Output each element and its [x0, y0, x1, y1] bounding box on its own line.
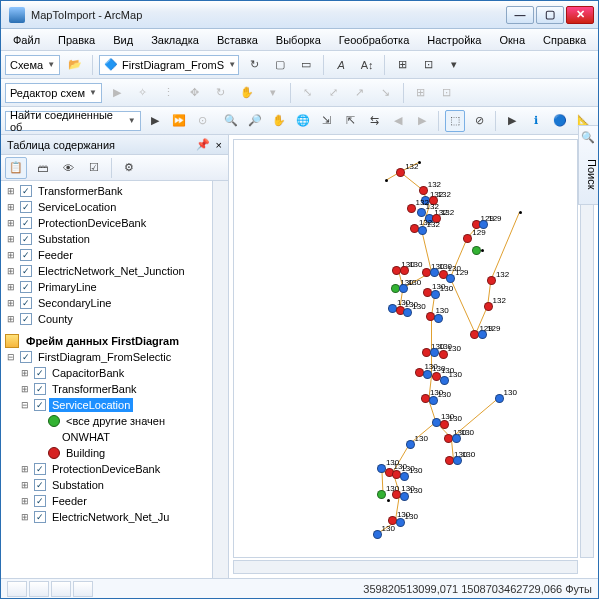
layer-checkbox[interactable]: ✓	[34, 511, 46, 523]
layer-row[interactable]: ⊞✓ElectricNetwork_Net_Ju	[1, 509, 212, 525]
list-drawing-icon[interactable]: 📋	[5, 157, 27, 179]
list-selection-icon[interactable]: ☑	[83, 157, 105, 179]
menu-Справка[interactable]: Справка	[535, 31, 594, 49]
network-node[interactable]	[452, 434, 461, 443]
expand-icon[interactable]: ⊞	[19, 480, 31, 490]
toc-tree[interactable]: ⊞✓TransformerBank⊞✓ServiceLocation⊞✓Prot…	[1, 181, 212, 578]
expand-icon[interactable]: ⊞	[5, 202, 17, 212]
menu-Файл[interactable]: Файл	[5, 31, 48, 49]
layer-checkbox[interactable]: ✓	[20, 185, 32, 197]
toc-close-icon[interactable]: ×	[216, 139, 222, 151]
layer-row[interactable]: ⊞✓SecondaryLine	[1, 295, 212, 311]
network-node[interactable]	[400, 492, 409, 501]
layer-row[interactable]: ⊞✓ElectricNetwork_Net_Junction	[1, 263, 212, 279]
layer-row[interactable]: ⊞✓PrimaryLine	[1, 279, 212, 295]
toggles-icon[interactable]: ⊡	[417, 54, 439, 76]
network-node[interactable]	[406, 440, 415, 449]
pointer-tool-icon[interactable]: ▶	[502, 110, 522, 132]
maximize-button[interactable]: ▢	[536, 6, 564, 24]
layout-icon[interactable]: ⊞	[391, 54, 413, 76]
network-node[interactable]	[484, 302, 493, 311]
run-icon[interactable]: ▶	[145, 110, 165, 132]
expand-icon[interactable]: ⊟	[5, 352, 17, 362]
layer-row[interactable]: <все другие значен	[1, 413, 212, 429]
snap2-icon[interactable]: ⊡	[436, 82, 458, 104]
layer-checkbox[interactable]: ✓	[20, 233, 32, 245]
menu-Выборка[interactable]: Выборка	[268, 31, 329, 49]
layer-row[interactable]: ⊞✓TransformerBank	[1, 183, 212, 199]
label-icon[interactable]: A↕	[356, 54, 378, 76]
fixed-out-icon[interactable]: ⇱	[341, 110, 361, 132]
more-icon[interactable]: ▾	[443, 54, 465, 76]
expand-icon[interactable]: ⊞	[19, 496, 31, 506]
layer-checkbox[interactable]: ✓	[20, 249, 32, 261]
network-node[interactable]	[399, 284, 408, 293]
layer-row[interactable]: ⊞✓ServiceLocation	[1, 199, 212, 215]
refresh-icon[interactable]: ↻	[243, 54, 265, 76]
expand-icon[interactable]: ⊞	[19, 368, 31, 378]
expand-icon[interactable]: ⊞	[5, 186, 17, 196]
layer-checkbox[interactable]: ✓	[20, 313, 32, 325]
network-icon[interactable]: ⊙	[193, 110, 213, 132]
layer-checkbox[interactable]: ✓	[20, 265, 32, 277]
layer-row[interactable]: ⊟✓FirstDiagram_FromSelectic	[1, 349, 212, 365]
hand-icon[interactable]: ✋	[236, 82, 258, 104]
line2-icon[interactable]: ⤢	[323, 82, 345, 104]
add-node-icon[interactable]: ✧	[132, 82, 154, 104]
list-source-icon[interactable]: 🗃	[31, 157, 53, 179]
step-icon[interactable]: ⏩	[169, 110, 189, 132]
toc-options-icon[interactable]: ⚙	[118, 157, 140, 179]
close-button[interactable]: ✕	[566, 6, 594, 24]
layer-row[interactable]: ⊞✓TransformerBank	[1, 381, 212, 397]
layer-row[interactable]: ⊞✓ProtectionDeviceBank	[1, 461, 212, 477]
clear-icon[interactable]: ⊘	[469, 110, 489, 132]
find-icon[interactable]: 🔵	[550, 110, 570, 132]
expand-icon[interactable]: ⊞	[19, 464, 31, 474]
diagram-dropdown[interactable]: 🔷FirstDiagram_FromS▼	[99, 55, 239, 75]
map-canvas[interactable]: 1321321321321321321321321321321291291291…	[233, 139, 578, 558]
layer-row[interactable]: ⊞✓Feeder	[1, 247, 212, 263]
dataframe-header[interactable]: Фрейм данных FirstDiagram	[1, 333, 212, 349]
menu-Геообработка[interactable]: Геообработка	[331, 31, 418, 49]
network-node[interactable]	[439, 350, 448, 359]
expand-icon[interactable]: ⊞	[19, 384, 31, 394]
layer-checkbox[interactable]: ✓	[34, 495, 46, 507]
zoom-out-icon[interactable]: 🔎	[245, 110, 265, 132]
network-node[interactable]	[419, 186, 428, 195]
pause-view-tab[interactable]	[73, 581, 93, 597]
expand-icon[interactable]: ⊞	[5, 218, 17, 228]
layer-checkbox[interactable]: ✓	[34, 479, 46, 491]
layer-checkbox[interactable]: ✓	[34, 399, 46, 411]
font-icon[interactable]: A	[330, 54, 352, 76]
layer-row[interactable]: ⊞✓Feeder	[1, 493, 212, 509]
search-tab[interactable]: 🔍 Поиск	[578, 125, 598, 205]
scheme-dropdown[interactable]: Cхема▼	[5, 55, 60, 75]
layer-row[interactable]: ⊞✓County	[1, 311, 212, 327]
fixed-in-icon[interactable]: ⇲	[317, 110, 337, 132]
editor-dropdown[interactable]: Редактор схем▼	[5, 83, 102, 103]
menu-Вид[interactable]: Вид	[105, 31, 141, 49]
map-scroll-h[interactable]	[233, 560, 578, 574]
expand-icon[interactable]: ⊞	[5, 314, 17, 324]
network-node[interactable]	[487, 276, 496, 285]
layer-checkbox[interactable]: ✓	[20, 201, 32, 213]
snap1-icon[interactable]: ⊞	[410, 82, 432, 104]
network-node[interactable]	[472, 246, 481, 255]
toc-scrollbar[interactable]	[212, 181, 228, 578]
next-extent-icon[interactable]: ▶	[412, 110, 432, 132]
menu-Закладка[interactable]: Закладка	[143, 31, 207, 49]
pointer-icon[interactable]: ▶	[106, 82, 128, 104]
rotate-icon[interactable]: ↻	[210, 82, 232, 104]
pan-icon[interactable]: ✋	[269, 110, 289, 132]
line3-icon[interactable]: ↗	[349, 82, 371, 104]
network-node[interactable]	[495, 394, 504, 403]
layer-row[interactable]: ⊞✓Substation	[1, 231, 212, 247]
pin-icon[interactable]: 📌	[196, 138, 210, 151]
layer-row[interactable]: ⊞✓CapacitorBank	[1, 365, 212, 381]
network-node[interactable]	[377, 490, 386, 499]
layer-checkbox[interactable]: ✓	[20, 297, 32, 309]
network-node[interactable]	[453, 456, 462, 465]
network-node[interactable]	[440, 376, 449, 385]
network-node[interactable]	[429, 396, 438, 405]
data-view-tab[interactable]	[7, 581, 27, 597]
